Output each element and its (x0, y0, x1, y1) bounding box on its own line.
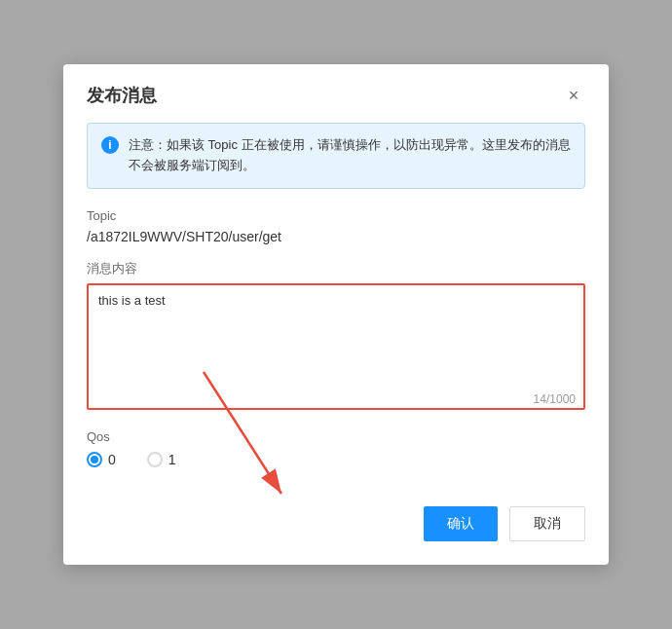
qos-option-1[interactable]: 1 (147, 452, 176, 467)
message-group: 消息内容 this is a test 14/1000 (87, 260, 585, 414)
qos-option-0[interactable]: 0 (87, 452, 116, 467)
dialog-title: 发布消息 (87, 84, 157, 107)
topic-label: Topic (87, 208, 585, 223)
notice-box: i 注意：如果该 Topic 正在被使用，请谨慎操作，以防出现异常。这里发布的消… (87, 123, 585, 189)
dialog-header: 发布消息 × (63, 64, 609, 123)
dialog-footer: 确认 取消 (87, 499, 585, 541)
message-textarea[interactable]: this is a test (87, 283, 585, 410)
close-button[interactable]: × (562, 84, 585, 107)
topic-value: /a1872IL9WWV/SHT20/user/get (87, 229, 585, 244)
dialog: 发布消息 × i 注意：如果该 Topic 正在被使用，请谨慎操作，以防出现异常… (63, 64, 609, 565)
topic-group: Topic /a1872IL9WWV/SHT20/user/get (87, 208, 585, 244)
dialog-body: i 注意：如果该 Topic 正在被使用，请谨慎操作，以防出现异常。这里发布的消… (63, 123, 609, 565)
message-label: 消息内容 (87, 260, 585, 278)
dialog-overlay: 发布消息 × i 注意：如果该 Topic 正在被使用，请谨慎操作，以防出现异常… (0, 0, 672, 629)
confirm-button[interactable]: 确认 (424, 506, 498, 541)
info-icon: i (101, 136, 119, 154)
cancel-button[interactable]: 取消 (509, 506, 585, 541)
qos-radio-1[interactable] (147, 452, 163, 467)
char-count: 14/1000 (534, 392, 576, 406)
qos-options: 0 1 (87, 452, 585, 467)
textarea-wrapper: this is a test 14/1000 (87, 283, 585, 414)
qos-label-1: 1 (168, 452, 176, 467)
qos-section: Qos 0 1 (87, 429, 585, 467)
notice-text: 注意：如果该 Topic 正在被使用，请谨慎操作，以防出现异常。这里发布的消息不… (129, 135, 571, 176)
qos-radio-0[interactable] (87, 452, 102, 467)
qos-label-0: 0 (108, 452, 116, 467)
qos-label: Qos (87, 429, 585, 444)
